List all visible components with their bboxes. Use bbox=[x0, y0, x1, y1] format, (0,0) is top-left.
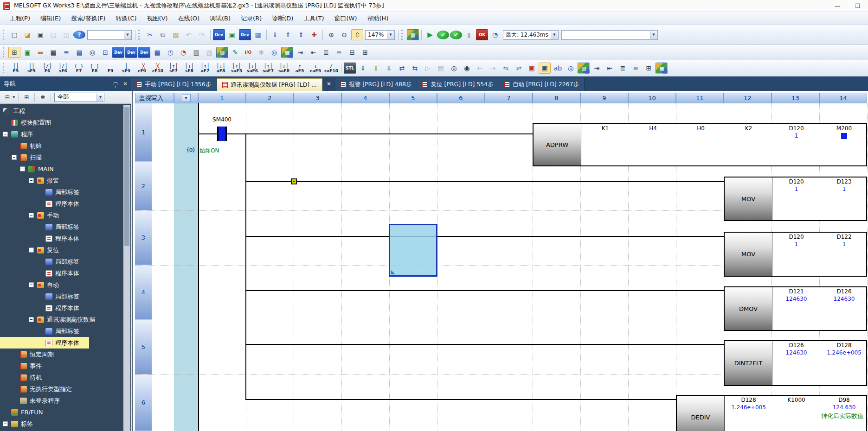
toolbar-grip[interactable] bbox=[3, 47, 6, 57]
list-mode-icon[interactable]: ≡ bbox=[630, 63, 642, 74]
device-find-icon[interactable]: Dev bbox=[213, 29, 225, 40]
tree-item[interactable]: 局部标签 bbox=[0, 256, 122, 267]
tree-item[interactable]: 程序本体 bbox=[0, 337, 122, 349]
stopwatch-icon[interactable]: ◷ bbox=[164, 47, 176, 58]
document-tab[interactable]: 复位 [PRG] [LD] 554步 bbox=[417, 78, 499, 91]
tree-item[interactable]: 通讯读测高仪数据 bbox=[0, 314, 122, 325]
device-find-next-icon[interactable]: ◎ bbox=[565, 63, 577, 74]
connection-line-icon[interactable]: ⇌ bbox=[513, 63, 525, 74]
zoom-level-combo[interactable]: 147%▼ bbox=[365, 30, 395, 40]
paste-icon[interactable]: ▧ bbox=[170, 29, 182, 40]
invert-result-falling-button[interactable]: ↓ caF5 bbox=[308, 62, 323, 75]
verify-with-plc-icon[interactable]: ⇕ bbox=[295, 29, 307, 40]
rising-pulse-close-button[interactable]: ┤↑├ aF7 bbox=[197, 62, 213, 75]
zoom-fit-icon[interactable]: ⇳ bbox=[351, 29, 363, 40]
document-tab[interactable]: 报警 [PRG] [LD] 488步 bbox=[335, 78, 417, 91]
document-tab[interactable]: 通讯读测高仪数据 [PRG] [LD] ... bbox=[217, 78, 322, 91]
tree-item[interactable]: 扫描 bbox=[0, 152, 122, 163]
falling-pulse-close-button[interactable]: ┤↓├ aF8 bbox=[213, 62, 229, 75]
wrap-ladder-icon[interactable]: ⇋ bbox=[500, 63, 512, 74]
selected-cell-cursor[interactable] bbox=[389, 224, 437, 277]
write-to-plc-icon[interactable]: ⇓ bbox=[269, 29, 281, 40]
horizontal-line-button[interactable]: ── F9 bbox=[103, 62, 118, 75]
menu-item[interactable]: 诊断(D) bbox=[267, 13, 298, 25]
operand-label[interactable]: D126 bbox=[772, 342, 820, 349]
window-cascade-icon[interactable]: ⊞ bbox=[359, 47, 371, 58]
monitor-ok-icon[interactable]: OK bbox=[476, 29, 488, 40]
program-check-icon[interactable]: ▦ bbox=[407, 29, 419, 40]
chevron-down-icon[interactable]: ▼ bbox=[13, 95, 15, 99]
scan-gauge-icon[interactable]: ◔ bbox=[177, 47, 189, 58]
operand-label[interactable]: K2 bbox=[725, 125, 772, 132]
tree-filter-combo[interactable]: 全部 ▼ bbox=[54, 93, 104, 102]
device-list-icon[interactable]: ⊡ bbox=[99, 47, 111, 58]
sampling-trace-icon[interactable]: ▧ bbox=[203, 47, 215, 58]
change-current-value-icon[interactable]: ⇄ bbox=[396, 63, 408, 74]
module-parameter-icon[interactable]: ▦ bbox=[47, 47, 59, 58]
close-panel-icon[interactable]: ✕ bbox=[123, 81, 128, 87]
tree-expand-icon[interactable] bbox=[20, 166, 25, 171]
tree-item[interactable]: 初始 bbox=[0, 140, 122, 152]
invert-result-rising-button[interactable]: ↑ aF5 bbox=[292, 62, 308, 75]
cross-reference-icon[interactable]: ◎ bbox=[86, 47, 98, 58]
realtime-monitor-icon[interactable]: ▨ bbox=[216, 47, 228, 58]
toolbar-grip[interactable] bbox=[3, 63, 6, 73]
plc-diagnostics-icon[interactable]: ✚ bbox=[308, 29, 320, 40]
chevron-down-icon[interactable]: ▼ bbox=[387, 31, 394, 39]
open-project-icon[interactable]: ◪ bbox=[21, 29, 33, 40]
find-coil-icon[interactable]: ◉ bbox=[461, 63, 473, 74]
convert-complete-icon[interactable]: ✔ bbox=[437, 31, 449, 39]
copy-icon[interactable]: ⧉ bbox=[157, 29, 169, 40]
simulation-start-icon[interactable]: ▶ bbox=[424, 29, 436, 40]
new-project-icon[interactable]: ▢ bbox=[8, 29, 20, 40]
tree-item[interactable]: 程序本体 bbox=[0, 267, 122, 279]
chevron-down-icon[interactable]: ▼ bbox=[182, 94, 191, 102]
device-comment-icon[interactable]: ▬ bbox=[34, 47, 46, 58]
operand-label[interactable]: M200 bbox=[820, 125, 868, 132]
forced-off-icon[interactable]: ⇩ bbox=[383, 63, 395, 74]
tree-item[interactable]: 复位 bbox=[0, 244, 122, 256]
tree-item[interactable]: 局部标签 bbox=[0, 291, 122, 302]
toolbar-grip[interactable] bbox=[3, 30, 6, 40]
tree-item[interactable]: 程序本体 bbox=[0, 302, 122, 314]
coil-button[interactable]: ( ) F7 bbox=[71, 62, 87, 75]
operand-label[interactable]: D122 bbox=[820, 234, 868, 240]
menu-item[interactable]: 调试(B) bbox=[205, 13, 236, 25]
pin-icon[interactable] bbox=[114, 82, 117, 85]
stl-display-icon[interactable]: STL bbox=[344, 63, 356, 74]
device-batch-monitor-2-icon[interactable]: Dev bbox=[125, 47, 137, 58]
delete-horizontal-line-button[interactable]: ─╳ cF9 bbox=[134, 62, 150, 75]
menu-item[interactable]: 记录(R) bbox=[236, 13, 267, 25]
operand-label[interactable]: D120 bbox=[772, 178, 820, 185]
chevron-down-icon[interactable]: ▼ bbox=[551, 31, 558, 39]
print-icon[interactable]: ▤ bbox=[47, 29, 59, 40]
display-format-icon[interactable]: ≣ bbox=[617, 63, 629, 74]
io-assignment-icon[interactable]: I/O bbox=[242, 47, 254, 58]
tree-expand-icon[interactable] bbox=[29, 282, 34, 287]
device-test-icon[interactable]: ⇓ bbox=[357, 63, 369, 74]
operand-label[interactable]: D128 bbox=[725, 397, 772, 403]
menu-item[interactable]: 编辑(E) bbox=[35, 13, 66, 25]
read-from-plc-icon[interactable]: ⇑ bbox=[282, 29, 294, 40]
ladder-grid[interactable]: SM400 (0) 始终ON ADPRW K1 H4 H0 K2 D120 1 … bbox=[133, 103, 868, 431]
instruction-box[interactable]: MOV bbox=[725, 177, 772, 220]
tree-item[interactable]: 局部标签 bbox=[0, 186, 122, 198]
zoom-in-icon[interactable]: ⊕ bbox=[325, 29, 337, 40]
contact-sm400-on[interactable] bbox=[217, 127, 227, 141]
gear-icon[interactable]: ✱ bbox=[38, 93, 47, 102]
menu-item[interactable]: 在线(O) bbox=[173, 13, 205, 25]
restore-button[interactable]: ❐ bbox=[848, 0, 868, 12]
tree-item[interactable]: 事件 bbox=[0, 360, 122, 372]
watch-table-icon[interactable]: ▦ bbox=[151, 47, 163, 58]
tree-item[interactable]: 自动 bbox=[0, 279, 122, 291]
save-project-icon[interactable]: ▣ bbox=[34, 29, 46, 40]
instruction-box[interactable]: DMOV bbox=[725, 287, 772, 330]
application-instruction-button[interactable]: [ ] F8 bbox=[87, 62, 103, 75]
batch-replace-icon[interactable]: ▧ bbox=[578, 63, 590, 74]
delete-vertical-line-button[interactable]: ╳ cF10 bbox=[150, 62, 166, 75]
tree-item[interactable]: 局部标签 bbox=[0, 325, 122, 337]
operand-label[interactable]: K1000 bbox=[772, 397, 820, 403]
toolbar-grip[interactable] bbox=[138, 30, 141, 40]
tree-item[interactable]: 程序本体 bbox=[0, 233, 122, 244]
bookmark-icon[interactable]: ⊞ bbox=[643, 63, 655, 74]
